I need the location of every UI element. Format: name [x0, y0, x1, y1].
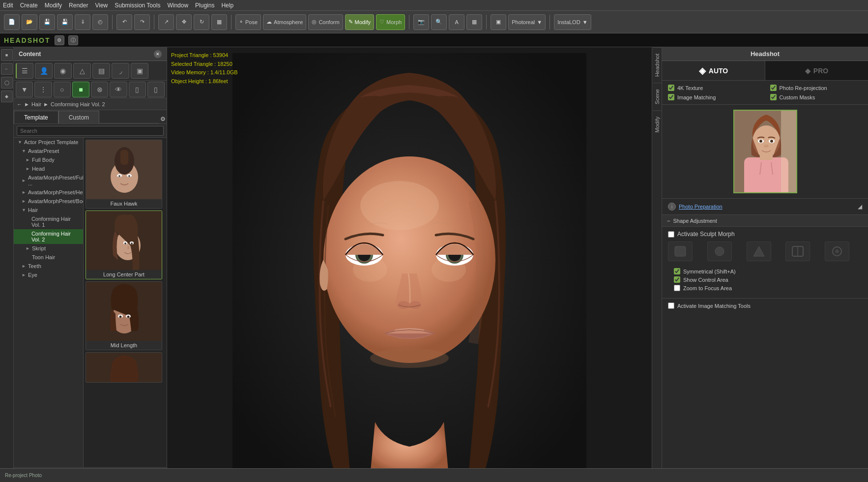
scale-button[interactable]: ▦ [211, 14, 227, 30]
symmetrical-checkbox[interactable] [674, 268, 680, 274]
modify-button[interactable]: ✎ Modify [345, 14, 374, 30]
icon-2-2[interactable]: ⋮ [34, 82, 52, 97]
import-button[interactable]: ⇓ [75, 14, 90, 30]
move-button[interactable]: ✥ [176, 14, 192, 30]
export-button[interactable]: ◴ [92, 14, 108, 30]
checkbox-4k-texture[interactable] [668, 85, 674, 91]
pose-button[interactable]: ⚬ Pose [235, 14, 261, 30]
undo-button[interactable]: ↶ [116, 14, 132, 30]
sculpt-morph-checkbox[interactable] [668, 231, 674, 238]
screen-button[interactable]: ▣ [491, 14, 506, 30]
conform-button[interactable]: ◎ Conform [308, 14, 343, 30]
perspective-button[interactable]: A [449, 14, 464, 30]
tab-settings-icon[interactable]: ⚙ [159, 115, 167, 123]
tab-template[interactable]: Template [14, 111, 58, 123]
checkbox-custom-masks[interactable] [770, 94, 777, 100]
image-match-checkbox[interactable] [668, 302, 674, 309]
photo-prep-link[interactable]: Photo Preparation [679, 204, 723, 210]
headshot-settings-btn[interactable]: ⚙ [55, 35, 64, 45]
grid-item-mid-length[interactable]: Mid Length [86, 281, 162, 350]
instalod-button[interactable]: InstaLOD ▼ [554, 14, 591, 30]
show-control-checkbox[interactable] [674, 276, 680, 283]
sculpt-btn-1[interactable] [668, 241, 693, 261]
tree-conf-vol2[interactable]: Conforming Hair Vol. 2 [14, 229, 83, 244]
tree-morph-body[interactable]: ► AvatarMorphPreset/Body [14, 197, 83, 206]
tree-morph-head[interactable]: ► AvatarMorphPreset/Head [14, 188, 83, 197]
tree-full-body[interactable]: ► Full Body [14, 155, 83, 164]
photo-prep-expand-icon[interactable]: ◢ [858, 203, 862, 210]
breadcrumb-vol2[interactable]: Conforming Hair Vol. 2 [51, 101, 105, 107]
menu-edit[interactable]: Edit [3, 2, 13, 9]
checkbox-photo-reproj[interactable] [770, 85, 777, 91]
grid-item-extra[interactable] [86, 352, 162, 383]
search-input[interactable] [17, 126, 164, 136]
photoreal-dropdown[interactable]: Photoreal ▼ [508, 14, 546, 30]
tree-hair[interactable]: ▼ Hair [14, 206, 83, 214]
tab-headshot[interactable]: Headshot [653, 47, 662, 83]
pro-button[interactable]: ◆ PRO [765, 61, 868, 80]
sculpt-btn-3[interactable] [747, 241, 771, 261]
icon-people[interactable]: 👤 [35, 63, 53, 79]
icon-2-3[interactable]: ○ [54, 82, 71, 97]
icon-2-active[interactable]: ■ [72, 82, 89, 97]
tree-conf-vol1[interactable]: Conforming Hair Vol. 1 [14, 214, 83, 229]
icon-2-5[interactable]: ⊗ [91, 82, 108, 97]
shape-adj-collapse-icon[interactable]: − [667, 218, 670, 224]
left-panel-btn-1[interactable]: ■ [1, 49, 13, 61]
menu-modify[interactable]: Modify [45, 2, 62, 9]
sculpt-btn-2[interactable] [707, 241, 732, 261]
breadcrumb-hair[interactable]: Hair [31, 101, 41, 107]
content-close-btn[interactable]: ✕ [154, 50, 162, 58]
tree-morph-full[interactable]: ► AvatarMorphPreset/Full ... [14, 173, 83, 188]
icon-scene[interactable]: ▤ [92, 63, 110, 79]
tree-actor-project[interactable]: ▼ Actor Project Template [14, 138, 83, 147]
rotate-button[interactable]: ↻ [194, 14, 209, 30]
menu-create[interactable]: Create [20, 2, 38, 9]
icon-2-8[interactable]: ▯ [147, 82, 165, 97]
grid-item-faux-hawk[interactable]: Faux Hawk [86, 140, 162, 209]
tab-custom[interactable]: Custom [58, 111, 99, 123]
menu-view[interactable]: View [95, 2, 108, 9]
tree-teeth[interactable]: ► Teeth [14, 262, 83, 271]
menu-help[interactable]: Help [221, 2, 233, 9]
camera-button[interactable]: 📷 [413, 14, 429, 30]
sculpt-btn-5[interactable] [825, 241, 849, 261]
tree-head[interactable]: ► Head [14, 164, 83, 173]
menu-plugins[interactable]: Plugins [195, 2, 214, 9]
left-panel-btn-4[interactable]: ◆ [1, 90, 13, 102]
atmosphere-button[interactable]: ☁ Atmosphere [263, 14, 306, 30]
menu-window[interactable]: Window [167, 2, 188, 9]
menu-render[interactable]: Render [69, 2, 88, 9]
zoom-focus-checkbox[interactable] [674, 285, 680, 291]
photo-prep-info-icon[interactable]: i [668, 203, 676, 211]
tree-eye[interactable]: ► Eye [14, 271, 83, 279]
auto-button[interactable]: ◈ AUTO [662, 61, 765, 80]
menu-submission-tools[interactable]: Submission Tools [115, 2, 160, 9]
tab-scene[interactable]: Scene [653, 83, 662, 110]
tree-avatar-preset[interactable]: ▼ AvatarPreset [14, 147, 83, 155]
viewport[interactable]: Project Triangle : 53904 Selected Triang… [167, 47, 652, 482]
save-button[interactable]: 💾 [39, 14, 55, 30]
tree-toon-hair[interactable]: Toon Hair [14, 253, 83, 262]
select-button[interactable]: ↗ [158, 14, 174, 30]
new-button[interactable]: 📄 [4, 14, 20, 30]
tab-modify[interactable]: Modify [653, 110, 662, 138]
redo-button[interactable]: ↷ [134, 14, 150, 30]
icon-2-7[interactable]: ▯ [129, 82, 146, 97]
sculpt-btn-4[interactable] [785, 241, 810, 261]
icon-browse[interactable]: ☰ [16, 63, 33, 79]
icon-morph[interactable]: ◞ [112, 63, 129, 79]
open-button[interactable]: 📂 [22, 14, 37, 30]
tree-skript[interactable]: ► Skript [14, 244, 83, 253]
photo-frame[interactable] [733, 110, 797, 193]
icon-body[interactable]: △ [73, 63, 91, 79]
grid-toggle[interactable]: ▦ [466, 14, 482, 30]
headshot-info-btn[interactable]: ⓘ [68, 35, 78, 45]
breadcrumb-forward[interactable]: ► [24, 101, 29, 107]
left-panel-btn-3[interactable]: ◯ [1, 77, 13, 89]
icon-render[interactable]: ▣ [131, 63, 148, 79]
grid-item-long-center[interactable]: Long Center Part [86, 211, 162, 279]
save-as-button[interactable]: 💾 [57, 14, 73, 30]
icon-2-6[interactable]: 👁 [110, 82, 127, 97]
morph-button[interactable]: ♡ Morph [376, 14, 405, 30]
